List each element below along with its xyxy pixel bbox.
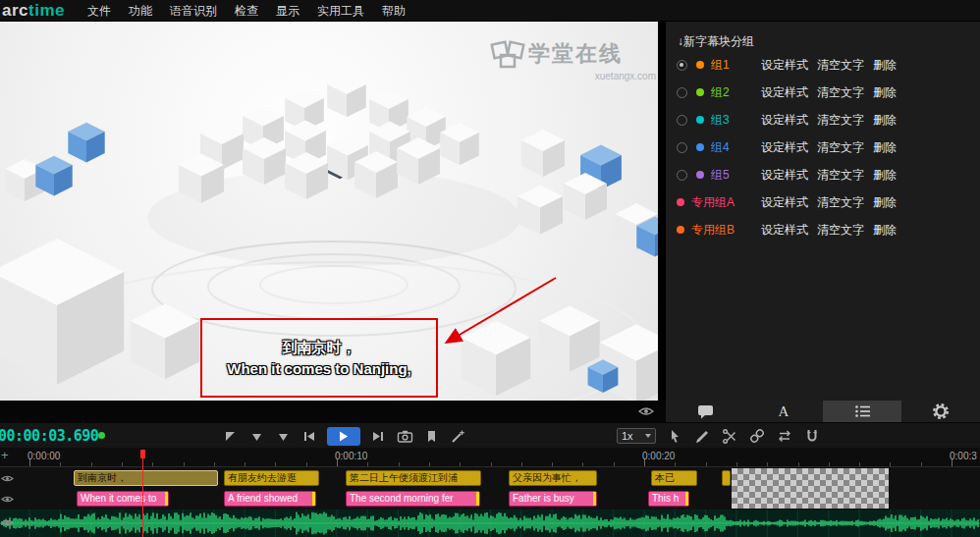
subtitle-block-cn[interactable]: 本已 [651,470,697,486]
group-action-clear-text[interactable]: 清空文字 [817,139,864,156]
group-action-clear-text[interactable]: 清空文字 [817,57,864,74]
tab-text-style[interactable]: A [744,401,823,422]
ruler-label: 0:00:3 [950,451,977,461]
group-action-set-style[interactable]: 设定样式 [761,222,808,239]
group-actions: 设定样式 清空文字 删除 [761,112,897,129]
group-name: 专用组A [691,194,746,211]
transport-status-dot [98,432,105,439]
group-action-set-style[interactable]: 设定样式 [761,112,808,129]
snapshot-camera-icon[interactable] [396,427,413,445]
group-color-dot [677,226,684,234]
add-track-icon[interactable]: + [1,450,9,461]
timeline-ruler[interactable]: 0:00:000:00:100:00:200:00:3 [0,448,980,467]
group-radio[interactable] [677,60,687,71]
xuetangx-logo-icon [489,35,528,73]
nudge-corner-icon[interactable] [221,427,239,445]
subtitle-visibility-eye-icon[interactable] [638,405,654,417]
cn-track-eye-icon[interactable] [1,474,14,483]
group-action-delete[interactable]: 删除 [873,139,897,156]
menu-item[interactable]: 文件 [79,0,120,22]
group-action-clear-text[interactable]: 清空文字 [817,84,864,101]
swap-arrows-icon[interactable] [776,427,793,445]
subtitle-block-cn[interactable] [722,470,731,486]
link-icon[interactable] [748,427,766,445]
panel-tab-bar: A [666,401,980,422]
subtitle-block-en[interactable]: Father is busy [509,491,597,507]
tab-subtitle-list[interactable] [823,401,901,422]
group-actions: 设定样式 清空文字 删除 [761,194,897,211]
play-button[interactable] [327,427,360,446]
group-radio[interactable] [677,115,687,126]
menu-item[interactable]: 实用工具 [308,0,373,22]
select-cursor-icon[interactable] [666,427,683,445]
group-radio[interactable] [677,87,687,98]
group-row: 专用组A 设定样式 清空文字 删除 [666,188,980,216]
skip-end-icon[interactable] [369,427,387,445]
menu-item[interactable]: 显示 [267,0,308,22]
subtitle-block-cn[interactable]: 到南京时， [74,470,218,486]
group-radio[interactable] [677,170,687,181]
group-color-dot [696,88,704,96]
transport-bar: 00:00:03.690 [0,422,980,448]
menu-item[interactable]: 检查 [226,0,267,22]
group-action-delete[interactable]: 删除 [873,84,897,101]
group-action-set-style[interactable]: 设定样式 [761,194,808,211]
group-action-clear-text[interactable]: 清空文字 [817,222,864,239]
menu-item[interactable]: 语音识别 [161,0,226,22]
tab-comment[interactable] [666,401,744,422]
en-track-eye-icon[interactable] [1,495,14,504]
group-action-set-style[interactable]: 设定样式 [761,57,808,74]
subtitle-group-panel: ↓新字幕块分组 组1 设定样式 清空文字 删除 组2 设定样式 清空文字 删除 … [666,22,980,401]
group-action-set-style[interactable]: 设定样式 [761,167,808,184]
playhead[interactable] [142,450,143,537]
step-down-alt-icon[interactable] [274,427,292,445]
subtitle-block-en[interactable]: A friend showed [224,491,316,507]
step-down-icon[interactable] [247,427,265,445]
group-action-clear-text[interactable]: 清空文字 [817,167,864,184]
group-name: 组2 [711,84,766,101]
group-row: 组4 设定样式 清空文字 删除 [666,134,980,161]
group-action-set-style[interactable]: 设定样式 [761,139,808,156]
timeline-area: 0:00:000:00:100:00:200:00:3 到南京时，有朋友约去游逛… [0,448,980,537]
group-list: 组1 设定样式 清空文字 删除 组2 设定样式 清空文字 删除 组3 设定样式 … [666,51,980,243]
tab-settings[interactable] [901,401,980,422]
censored-region [732,468,889,509]
group-name: 组5 [711,167,766,184]
group-action-delete[interactable]: 删除 [873,112,897,129]
subtitle-block-en[interactable]: When it comes to [77,491,169,507]
xuetangx-watermark: 学堂在线 xuetangx.com [489,35,656,81]
group-action-delete[interactable]: 删除 [873,222,897,239]
playback-speed-select[interactable]: 1x [617,428,656,444]
timecode-display: 00:00:03.690 [0,427,98,445]
scissors-icon[interactable] [721,427,738,445]
group-action-clear-text[interactable]: 清空文字 [817,112,864,129]
group-radio[interactable] [677,142,687,153]
group-row: 组3 设定样式 清空文字 删除 [666,106,980,134]
menu-item[interactable]: 功能 [120,0,161,22]
audio-waveform-track[interactable] [0,510,980,537]
bookmark-flag-icon[interactable] [422,427,440,445]
menu-item[interactable]: 帮助 [373,0,414,22]
subtitle-block-en[interactable]: This h [648,491,689,507]
group-action-clear-text[interactable]: 清空文字 [817,194,864,211]
subtitle-block-cn[interactable]: 有朋友约去游逛 [224,470,319,486]
ruler-label: 0:00:10 [335,451,367,461]
edit-pen-icon[interactable] [693,427,711,445]
group-action-delete[interactable]: 删除 [873,167,897,184]
group-actions: 设定样式 清空文字 删除 [761,84,897,101]
subtitle-block-en[interactable]: The second morning fer [346,491,480,507]
skip-start-icon[interactable] [300,427,318,445]
audio-track-eye-icon[interactable] [1,518,14,527]
subtitle-block-cn[interactable]: 父亲因为事忙， [509,470,597,486]
group-row: 组5 设定样式 清空文字 删除 [666,161,980,188]
group-action-delete[interactable]: 删除 [873,57,897,74]
group-name: 组1 [711,57,766,74]
magic-wand-icon[interactable] [449,427,466,445]
chevron-down-icon [645,434,651,438]
group-action-delete[interactable]: 删除 [873,194,897,211]
group-action-set-style[interactable]: 设定样式 [761,84,808,101]
group-color-dot [696,116,704,124]
magnet-snap-icon[interactable] [803,427,821,445]
arctime-logo: arctime [2,1,65,21]
subtitle-block-cn[interactable]: 第二日上午便须渡江到浦 [346,470,481,486]
